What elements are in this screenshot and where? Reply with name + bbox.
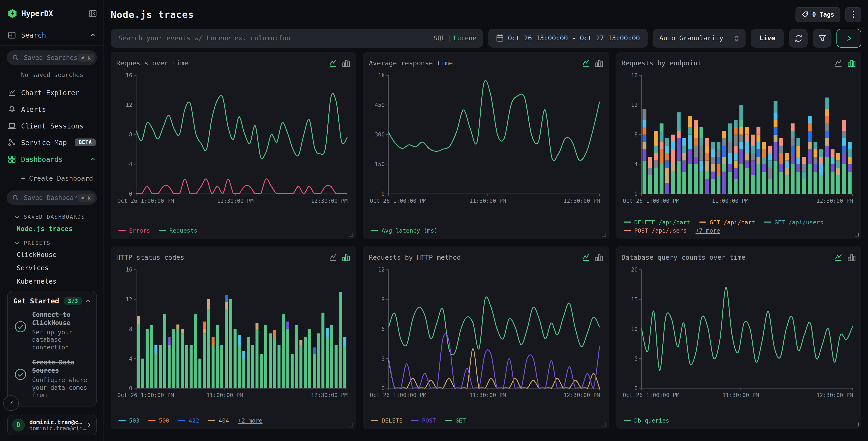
line-chart-toggle-icon[interactable]	[582, 59, 590, 67]
legend-item[interactable]: 500	[148, 417, 169, 424]
tags-button[interactable]: 0 Tags	[796, 7, 840, 22]
saved-searches-input[interactable]: ⌘ K	[7, 50, 97, 65]
legend-item[interactable]: DELETE	[371, 417, 403, 424]
chart-canvas[interactable]: 0481216Oct 26 1:00:00 PM11:30:00 PM12:30…	[116, 68, 350, 208]
line-chart-toggle-icon[interactable]	[835, 253, 843, 262]
line-chart-toggle-icon[interactable]	[330, 59, 338, 67]
help-button[interactable]: ?	[3, 395, 19, 411]
y-tick-label: 6	[382, 326, 385, 332]
panel-resize-handle[interactable]	[349, 233, 353, 236]
bar-chart-toggle-icon[interactable]	[595, 253, 603, 262]
y-tick-label: 0	[634, 385, 638, 391]
line-chart-toggle-icon[interactable]	[330, 253, 338, 262]
legend-item[interactable]: GET /api/cart	[699, 219, 755, 225]
chevron-down-icon	[14, 214, 20, 219]
bar-segment	[762, 142, 766, 149]
x-tick-label: 11:00:00 PM	[712, 198, 748, 204]
get-started-item[interactable]: Create Data Sources Configure where your…	[13, 358, 91, 399]
line-chart-toggle-icon[interactable]	[835, 59, 843, 67]
chart-canvas[interactable]: 01503004501kOct 26 1:00:00 PM11:30:00 PM…	[369, 68, 603, 208]
legend-item[interactable]: Db queries	[624, 417, 669, 424]
lucene-toggle[interactable]: Lucene	[453, 34, 476, 42]
chart-canvas[interactable]: 0481216Oct 26 1:00:00 PM11:00:00 PM12:30…	[116, 263, 350, 403]
dashboard-item-nodejs-traces[interactable]: Node.js traces	[0, 222, 103, 235]
legend-item[interactable]: POST	[411, 417, 436, 424]
sidebar-item-search[interactable]: Search	[0, 27, 103, 43]
get-started-header[interactable]: Get Started 3/3	[13, 297, 91, 305]
create-dashboard-button[interactable]: + Create Dashboard	[0, 171, 103, 186]
preset-clickhouse[interactable]: ClickHouse	[0, 248, 103, 261]
dashboard-menu-button[interactable]	[845, 7, 861, 22]
panel-resize-handle[interactable]	[349, 422, 353, 427]
chart-legend: Db queries	[621, 416, 856, 425]
bar-segment	[790, 164, 795, 194]
bar-chart-toggle-icon[interactable]	[847, 253, 856, 262]
saved-dashboards-input[interactable]: ⌘ K	[7, 190, 97, 205]
bar-segment	[194, 314, 197, 388]
event-search-input[interactable]	[117, 34, 434, 42]
date-range-picker[interactable]: Oct 26 13:00:00 - Oct 27 13:00:00	[488, 29, 648, 48]
sidebar-item-dashboards[interactable]: Dashboards	[0, 151, 103, 167]
user-menu[interactable]: D dominic.tran@c… dominic.tran@cli…	[7, 415, 97, 435]
event-search-box[interactable]: SQL|Lucene	[111, 29, 483, 48]
saved-dashboards-field[interactable]	[23, 193, 78, 202]
chart-canvas[interactable]: 0481216Oct 26 1:00:00 PM11:00:00 PM12:30…	[621, 68, 856, 208]
legend-more-link[interactable]: +7 more	[695, 227, 720, 234]
bar-segment	[796, 157, 800, 164]
chart-canvas[interactable]: 036912Oct 26 1:00:00 PM11:30:00 PM12:30:…	[369, 263, 603, 403]
legend-item[interactable]: 503	[118, 417, 140, 424]
bar-chart-toggle-icon[interactable]	[342, 59, 350, 67]
legend-item[interactable]: 404	[208, 417, 229, 424]
legend-item[interactable]: GET /api/users	[764, 219, 824, 225]
legend-item[interactable]: Avg latency (ms)	[371, 227, 438, 234]
bar-segment	[688, 135, 692, 149]
bar-chart-toggle-icon[interactable]	[342, 253, 350, 262]
search-icon	[12, 194, 19, 201]
legend-item[interactable]: Requests	[159, 227, 197, 234]
sidebar-item-client-sessions[interactable]: Client Sessions	[0, 117, 103, 134]
y-tick-label: 0	[382, 385, 385, 391]
saved-searches-field[interactable]	[23, 53, 78, 62]
sidebar-item-service-map[interactable]: Service Map BETA	[0, 134, 103, 151]
chart-canvas[interactable]: 05101520Oct 26 1:00:00 PM11:30:00 PM12:3…	[621, 263, 856, 403]
bar-chart-toggle-icon[interactable]	[847, 59, 856, 67]
refresh-button[interactable]	[789, 29, 808, 48]
legend-item[interactable]: GET	[445, 417, 466, 424]
legend-more-link[interactable]: +2 more	[238, 417, 262, 424]
series-Requests	[136, 94, 347, 158]
line-chart-toggle-icon[interactable]	[582, 253, 590, 262]
sql-toggle[interactable]: SQL	[434, 34, 445, 42]
bar-segment	[711, 164, 715, 172]
panel-resize-handle[interactable]	[602, 233, 606, 236]
panel-resize-handle[interactable]	[855, 233, 859, 236]
preset-services[interactable]: Services	[0, 261, 103, 274]
legend-item[interactable]: DELETE /api/cart	[624, 219, 690, 225]
legend-item[interactable]: POST /api/users	[624, 227, 687, 234]
bar-segment	[682, 160, 686, 172]
granularity-select[interactable]: Auto Granularity	[653, 29, 745, 48]
bar-segment	[282, 314, 285, 388]
panel-resize-handle[interactable]	[602, 422, 606, 427]
bar-segment	[642, 160, 646, 194]
live-button[interactable]: Live	[751, 29, 784, 48]
get-started-item[interactable]: Connect to ClickHouse Set up your databa…	[13, 311, 91, 351]
sidebar-item-chart-explorer[interactable]: Chart Explorer	[0, 84, 103, 101]
sidebar-item-alerts[interactable]: Alerts	[0, 101, 103, 117]
legend-item[interactable]: Errors	[118, 227, 150, 234]
legend-item[interactable]: 422	[178, 417, 199, 424]
section-presets[interactable]: PRESETS	[0, 235, 103, 248]
filter-button[interactable]	[813, 29, 832, 48]
y-tick-label: 0	[129, 190, 132, 197]
page-title: Node.js traces	[111, 9, 194, 20]
panel-resize-handle[interactable]	[855, 422, 859, 427]
run-query-button[interactable]	[836, 29, 861, 48]
bar-segment	[830, 149, 834, 157]
chevron-up-icon[interactable]	[85, 298, 91, 304]
bar-segment	[739, 120, 743, 127]
panel-requests-by-http-method: Requests by HTTP method 036912Oct 26 1:0…	[364, 246, 609, 429]
bar-chart-toggle-icon[interactable]	[595, 59, 603, 67]
legend-label: Requests	[169, 227, 197, 234]
preset-kubernetes[interactable]: Kubernetes	[0, 275, 103, 288]
sidebar-collapse-icon[interactable]	[89, 9, 97, 17]
section-saved-dashboards[interactable]: SAVED DASHBOARDS	[0, 209, 103, 222]
